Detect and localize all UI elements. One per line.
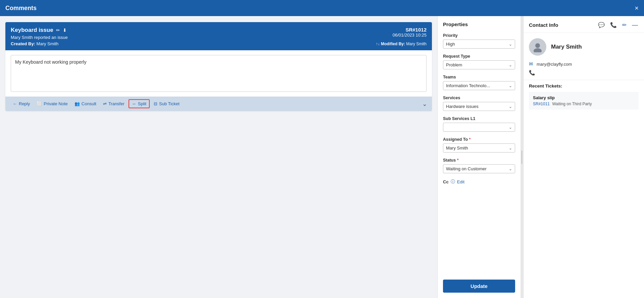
request-type-label: Request Type [443, 54, 515, 59]
close-button[interactable]: × [635, 4, 639, 12]
contact-details: ✉ mary@clayfly.com 📞 [524, 61, 644, 80]
split-button[interactable]: ↔ Split [129, 99, 150, 108]
services-field: Services Hardware issues Software issues… [438, 93, 521, 114]
message-area: My Keyboard not working properly [5, 50, 432, 97]
ticket-date: 06/01/2023 10:25 [393, 33, 427, 38]
action-bar: ← Reply ⬜ Private Note 👥 Consult ⇌ Trans… [5, 97, 432, 111]
contact-edit-button[interactable]: ✏ [622, 21, 627, 29]
reply-button[interactable]: ← Reply [10, 100, 33, 108]
contact-section-title: Contact Info [529, 22, 558, 28]
status-field: Status * Waiting on Customer Open Closed… [438, 155, 521, 176]
priority-label: Priority [443, 33, 515, 38]
priority-field: Priority High Medium Low ⌄ [438, 31, 521, 51]
assigned-to-label: Assigned To * [443, 137, 515, 142]
ticket-card: Keyboard issue ✏ ⬇ Mary Smith reported a… [5, 22, 432, 111]
services-select-wrapper[interactable]: Hardware issues Software issues ⌄ [443, 102, 515, 111]
transfer-label: Transfer [108, 101, 125, 106]
contact-minimize-button[interactable]: — [631, 21, 639, 29]
sub-ticket-label: Sub Ticket [159, 101, 180, 106]
created-by-value: Mary Smith [37, 41, 59, 46]
contact-phone-button[interactable]: 📞 [609, 21, 617, 29]
sub-ticket-icon: ⊟ [154, 101, 157, 106]
assigned-to-select-wrapper[interactable]: Mary Smith John Doe ⌄ [443, 143, 515, 153]
top-bar-title: Comments [5, 5, 37, 12]
message-text: My Keyboard not working properly [11, 55, 427, 92]
assigned-to-field: Assigned To * Mary Smith John Doe ⌄ [438, 134, 521, 155]
split-icon: ↔ [132, 101, 136, 106]
teams-select[interactable]: Information Technolo... [446, 83, 512, 88]
teams-label: Teams [443, 75, 515, 79]
recent-tickets-title: Recent Tickets: [529, 83, 639, 88]
contact-email: mary@clayfly.com [537, 62, 572, 67]
services-select[interactable]: Hardware issues Software issues [446, 104, 512, 109]
main-layout: Keyboard issue ✏ ⬇ Mary Smith reported a… [0, 16, 644, 298]
contact-profile: Mary Smith [524, 33, 644, 61]
cc-row: Cc ⓘ Edit [438, 176, 521, 187]
priority-select[interactable]: High Medium Low [446, 42, 512, 47]
recent-ticket-status: Waiting on Third Party [552, 102, 592, 106]
sub-services-select[interactable] [446, 125, 512, 130]
ticket-title-row: Keyboard issue ✏ ⬇ [11, 27, 68, 34]
request-type-select[interactable]: Problem Incident Request [446, 62, 512, 67]
svg-point-0 [535, 43, 540, 48]
consult-label: Consult [82, 101, 96, 106]
contact-panel: Contact Info 💬 📞 ✏ — Mary Smith ✉ mary@c… [523, 16, 644, 298]
reply-arrow-icon: ← [13, 101, 17, 106]
ticket-modified-row: Created By: Mary Smith ↑↓ Modified By: M… [11, 41, 427, 46]
ticket-sr-number: SR#1012 [393, 27, 427, 33]
contact-name: Mary Smith [551, 44, 582, 50]
edit-ticket-button[interactable]: ✏ [56, 27, 60, 33]
ticket-title-section: Keyboard issue ✏ ⬇ Mary Smith reported a… [11, 27, 68, 40]
services-label: Services [443, 96, 515, 100]
envelope-icon: ✉ [529, 61, 533, 67]
teams-field: Teams Information Technolo... ⌄ [438, 72, 521, 93]
request-type-field: Request Type Problem Incident Request ⌄ [438, 51, 521, 72]
ticket-reporter: Mary Smith reported an issue [11, 35, 68, 40]
status-select-wrapper[interactable]: Waiting on Customer Open Closed ⌄ [443, 164, 515, 173]
sort-arrows-icon: ↑↓ [376, 42, 381, 46]
recent-tickets-section: Recent Tickets: Salary slip SR#1011 Wait… [524, 80, 644, 113]
phone-icon: 📞 [529, 70, 535, 76]
sub-services-select-wrapper[interactable]: ⌄ [443, 123, 515, 132]
sub-ticket-button[interactable]: ⊟ Sub Ticket [151, 100, 182, 108]
update-button[interactable]: Update [443, 280, 515, 293]
properties-title: Properties [438, 16, 521, 31]
reply-label: Reply [19, 101, 30, 106]
contact-chat-button[interactable]: 💬 [597, 21, 605, 29]
more-button[interactable]: ⌄ [422, 100, 427, 108]
private-note-button[interactable]: ⬜ Private Note [34, 100, 70, 108]
status-select[interactable]: Waiting on Customer Open Closed [446, 166, 512, 171]
properties-panel: Properties Priority High Medium Low ⌄ Re… [437, 16, 521, 298]
priority-select-wrapper[interactable]: High Medium Low ⌄ [443, 40, 515, 49]
cc-info-icon[interactable]: ⓘ [451, 179, 455, 185]
private-note-label: Private Note [44, 101, 68, 106]
avatar [529, 38, 546, 56]
panel-divider [521, 16, 523, 298]
request-type-select-wrapper[interactable]: Problem Incident Request ⌄ [443, 60, 515, 69]
update-btn-wrapper: Update [438, 274, 521, 298]
cc-label: Cc [443, 179, 449, 184]
sub-services-field: Sub Services L1 ⌄ [438, 114, 521, 134]
consult-icon: 👥 [75, 101, 80, 106]
recent-ticket-sr[interactable]: SR#1011 [533, 102, 550, 106]
cc-edit-button[interactable]: Edit [457, 179, 464, 184]
transfer-button[interactable]: ⇌ Transfer [100, 100, 127, 108]
download-ticket-button[interactable]: ⬇ [63, 27, 67, 33]
modified-by-label: Modified By: [381, 42, 405, 46]
ticket-modified-by: ↑↓ Modified By: Mary Smith [376, 42, 427, 46]
ticket-title: Keyboard issue [11, 27, 53, 34]
created-by-label: Created By: [11, 41, 35, 46]
assigned-to-select[interactable]: Mary Smith John Doe [446, 145, 512, 151]
contact-header: Contact Info 💬 📞 ✏ — [524, 16, 644, 33]
ticket-created-by: Created By: Mary Smith [11, 41, 58, 46]
private-note-icon: ⬜ [37, 101, 42, 106]
ticket-meta-section: SR#1012 06/01/2023 10:25 [393, 27, 427, 38]
left-panel: Keyboard issue ✏ ⬇ Mary Smith reported a… [0, 16, 437, 298]
avatar-icon [532, 42, 543, 52]
consult-button[interactable]: 👥 Consult [72, 100, 99, 108]
recent-ticket-item: Salary slip SR#1011 Waiting on Third Par… [529, 92, 639, 110]
transfer-icon: ⇌ [103, 101, 107, 106]
teams-select-wrapper[interactable]: Information Technolo... ⌄ [443, 81, 515, 90]
contact-email-row: ✉ mary@clayfly.com [529, 61, 639, 67]
ticket-header-top: Keyboard issue ✏ ⬇ Mary Smith reported a… [11, 27, 427, 40]
